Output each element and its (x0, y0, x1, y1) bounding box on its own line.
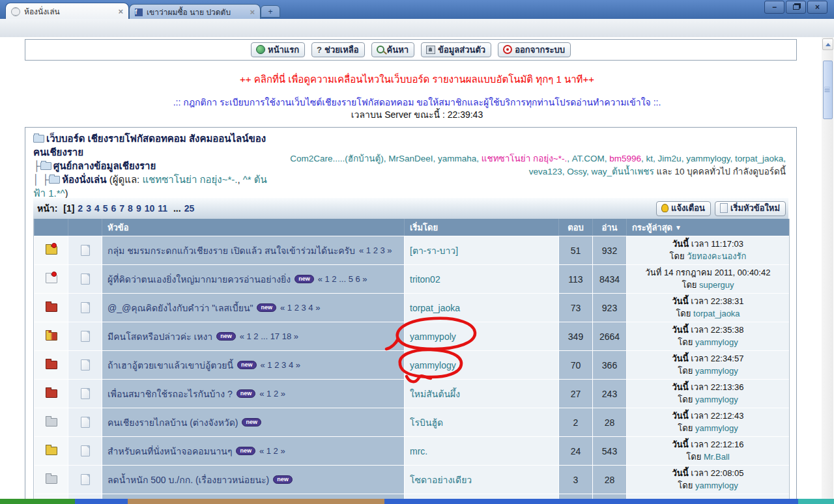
online-user[interactable]: yammaha (438, 154, 476, 163)
scrollbar-thumb[interactable] (823, 61, 833, 119)
topic-page-links[interactable]: « 1 2 » (259, 446, 285, 456)
minimize-button[interactable]: − (764, 1, 784, 14)
online-user[interactable]: Ossy (567, 167, 586, 176)
last-post-user-link[interactable]: yammylogy (695, 481, 738, 490)
nav-button-home-globe[interactable]: หน้าแรก (251, 42, 305, 57)
topic-link[interactable]: สำหรับคนที่นั่งหน้าจอคอมนานๆ (108, 444, 232, 458)
sort-arrow-icon[interactable]: ▼ (675, 224, 682, 231)
last-post-user-link[interactable]: yammylogy (695, 395, 738, 404)
announcement-link[interactable]: ++ คลิกที่นี่ เพื่อดูความเคลื่อนไหวในเว็… (0, 72, 834, 87)
last-post-user-link[interactable]: Mr.Ball (704, 452, 730, 462)
nav-button-search[interactable]: ค้นหา (371, 42, 414, 57)
tab-close-icon[interactable]: × (118, 7, 123, 16)
starter-link[interactable]: ใหม่สันต้นผึ้ง (410, 387, 460, 401)
breadcrumb-root[interactable]: เว็บบอร์ด เชียงรายโฟกัสดอทคอม สังคมออนไล… (33, 133, 266, 158)
action-button-notify[interactable]: แจ้งเตือน (656, 201, 711, 216)
starter-link[interactable]: triton02 (410, 274, 440, 285)
last-post-user-link[interactable]: superguy (699, 280, 734, 290)
table-row: คนเชียงรายไกลบ้าน (ต่างจังหวัด)newโรบินฮ… (34, 408, 789, 436)
topic-link[interactable]: ถ้าเฮาอู้ตวยเขาแล้วเขาบ่อู้ตวยนี้ (108, 358, 233, 372)
column-header[interactable]: กระทู้ล่าสุด▼ (626, 219, 789, 236)
column-header[interactable]: หัวข้อ (102, 219, 404, 236)
page-link[interactable]: 4 (94, 203, 100, 214)
topic-page-links[interactable]: « 1 2 » (259, 389, 285, 399)
tab-facebook[interactable]: f เขาว่าผมซื้อ นาย ปวดตับ × (129, 4, 261, 20)
online-user[interactable]: Com2Care.....(ฮักบ้านตู้) (290, 154, 384, 163)
online-user[interactable]: แชทซาโนย่า กอยุ่ง~*-. (482, 154, 567, 163)
action-button-new-topic[interactable]: เริ่มหัวข้อใหม่ (715, 201, 786, 216)
topic-page-links[interactable]: « 1 2 3 » (359, 245, 392, 255)
page-link[interactable]: 2 (78, 203, 83, 214)
page-link[interactable]: 8 (128, 203, 133, 214)
page-link[interactable]: 7 (119, 203, 124, 214)
close-button[interactable]: × (807, 1, 827, 14)
page-link[interactable]: 25 (184, 203, 195, 214)
folder-icon (49, 176, 60, 184)
page-links: หน้า: [1]234567891011 ...25 (33, 201, 656, 216)
topic-link[interactable]: มีคนโสดหรือปล่าวค่ะ เหงา (108, 329, 212, 344)
topic-page-links[interactable]: « 1 2 ... 17 18 » (240, 331, 298, 341)
topic-link[interactable]: ลดน้ำหนัก 500 บ./กก. (เรื่องยาวหน่อยนะ) (108, 473, 269, 487)
page-link[interactable]: 11 (158, 203, 167, 214)
starter-link[interactable]: mrc. (410, 446, 427, 456)
last-post-user-link[interactable]: torpat_jaoka (693, 309, 740, 318)
topic-link[interactable]: คนเชียงรายไกลบ้าน (ต่างจังหวัด) (108, 415, 238, 430)
online-user[interactable]: kt (646, 154, 654, 163)
starter-link[interactable]: โรบินฮู้ด (410, 415, 443, 430)
new-badge: new (216, 332, 236, 341)
nav-button-help[interactable]: ?ช่วยเหลือ (311, 42, 364, 57)
page-link[interactable]: 10 (145, 203, 155, 214)
last-post-user-link[interactable]: yammylogy (695, 366, 738, 376)
nav-button-label: ข้อมูลส่วนตัว (438, 43, 485, 57)
starter-link[interactable]: [ตา-รา-บาว] (410, 244, 458, 258)
page-link[interactable]: 9 (136, 203, 141, 214)
topics-body: กลุ่ม ชมรมกระดกแก้วเชียงราย เปิดแล้ว สนใ… (34, 236, 789, 499)
online-user[interactable]: Jim2u (658, 154, 682, 163)
new-tab-button[interactable]: + (261, 5, 280, 18)
tab-forum[interactable]: ห้องนั่งเล่น × (5, 3, 129, 20)
topic-page-links[interactable]: « 1 2 3 4 » (261, 360, 300, 370)
scroll-up-button[interactable] (822, 38, 833, 50)
online-user[interactable]: bm5996 (609, 154, 641, 163)
restore-button[interactable] (786, 1, 806, 14)
online-user[interactable]: veva123 (529, 167, 562, 176)
topic-link[interactable]: @_@คุณคิดยังไงกับคำว่า "เลสเบี้ยน" (108, 301, 253, 315)
last-post-user-link[interactable]: yammylogy (695, 337, 738, 347)
topic-link[interactable]: ผู้ที่คิดว่าตนเองยิ่งใหญ่มากมายควรอ่านอย… (108, 272, 291, 287)
nav-button-profile[interactable]: ข้อมูลส่วนตัว (421, 42, 491, 57)
moderator-link[interactable]: แชทซาโนย่า กอยุ่ง~*-. (142, 174, 237, 185)
topic-page-links[interactable]: « 1 2 ... 5 6 » (318, 274, 367, 284)
page-link[interactable]: 5 (103, 203, 108, 214)
column-header[interactable]: ตอบ (558, 219, 592, 236)
online-user[interactable]: way_ต้นน้ำเพชร (591, 167, 654, 176)
page-link[interactable]: 3 (86, 203, 91, 214)
topic-status-cell (34, 265, 68, 293)
online-user[interactable]: MrSanDeeI (388, 154, 433, 163)
column-header[interactable]: เริ่มโดย (404, 219, 558, 236)
page-link[interactable]: 6 (111, 203, 117, 214)
facebook-favicon: f (135, 8, 143, 16)
starter-link[interactable]: โซดาอย่างเดียว (410, 473, 472, 487)
online-user[interactable]: torpat_jaoka (735, 154, 783, 163)
breadcrumb-category[interactable]: ศูนย์กลางข้อมูลเชียงราย (53, 160, 156, 171)
starter-link[interactable]: torpat_jaoka (410, 303, 460, 313)
taskbar-window-button[interactable] (128, 499, 384, 504)
starter-link[interactable]: yammypoly (410, 331, 456, 342)
last-post-user-link[interactable]: วัยทองคะนองรัก (687, 251, 746, 261)
vertical-scrollbar[interactable] (822, 37, 833, 499)
online-user[interactable]: AT.COM (572, 154, 605, 163)
topic-link[interactable]: เพื่อนสมาชิกใช้รถอะไรกันบ้าง ? (108, 387, 233, 401)
nav-button-logout[interactable]: ออกจากระบบ (498, 42, 571, 57)
taskbar-strip[interactable] (0, 499, 834, 504)
breadcrumb-board[interactable]: ห้องนั่งเล่น (62, 174, 106, 185)
topic-link[interactable]: กลุ่ม ชมรมกระดกแก้วเชียงราย เปิดแล้ว สนใ… (108, 244, 355, 258)
starter-link[interactable]: yammylogy (410, 360, 456, 371)
online-user[interactable]: yammylogy (686, 154, 730, 163)
topic-page-links[interactable]: « 1 2 3 4 » (280, 303, 320, 313)
tab-close-icon[interactable]: × (250, 7, 255, 17)
column-header[interactable]: อ่าน (592, 219, 626, 236)
last-post-user-link[interactable]: yammylogy (695, 423, 738, 433)
taskbar-start-segment[interactable] (0, 499, 75, 504)
topic-status-cell (34, 380, 68, 408)
taskbar-tray-segment (798, 499, 834, 504)
